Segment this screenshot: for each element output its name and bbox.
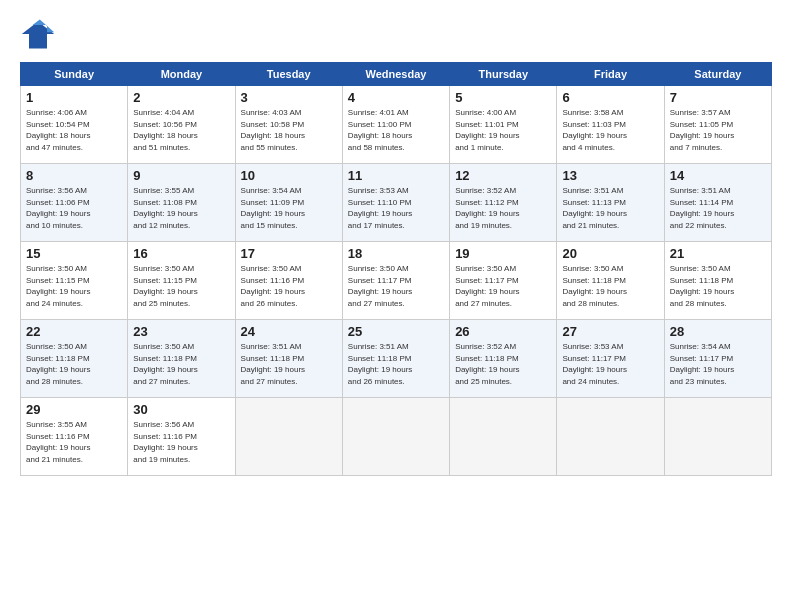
calendar-cell: 25Sunrise: 3:51 AM Sunset: 11:18 PM Dayl…: [342, 320, 449, 398]
calendar-cell: 15Sunrise: 3:50 AM Sunset: 11:15 PM Dayl…: [21, 242, 128, 320]
day-info: Sunrise: 4:00 AM Sunset: 11:01 PM Daylig…: [455, 107, 551, 153]
day-info: Sunrise: 3:51 AM Sunset: 11:14 PM Daylig…: [670, 185, 766, 231]
day-number: 20: [562, 246, 658, 261]
day-number: 28: [670, 324, 766, 339]
day-number: 26: [455, 324, 551, 339]
day-info: Sunrise: 3:55 AM Sunset: 11:16 PM Daylig…: [26, 419, 122, 465]
day-info: Sunrise: 3:54 AM Sunset: 11:17 PM Daylig…: [670, 341, 766, 387]
day-number: 6: [562, 90, 658, 105]
calendar-cell: 22Sunrise: 3:50 AM Sunset: 11:18 PM Dayl…: [21, 320, 128, 398]
day-number: 14: [670, 168, 766, 183]
day-info: Sunrise: 3:50 AM Sunset: 11:17 PM Daylig…: [455, 263, 551, 309]
day-info: Sunrise: 3:52 AM Sunset: 11:18 PM Daylig…: [455, 341, 551, 387]
day-info: Sunrise: 3:50 AM Sunset: 11:17 PM Daylig…: [348, 263, 444, 309]
day-header-monday: Monday: [128, 63, 235, 86]
calendar-week-3: 15Sunrise: 3:50 AM Sunset: 11:15 PM Dayl…: [21, 242, 772, 320]
calendar-cell: 24Sunrise: 3:51 AM Sunset: 11:18 PM Dayl…: [235, 320, 342, 398]
day-info: Sunrise: 3:50 AM Sunset: 11:16 PM Daylig…: [241, 263, 337, 309]
day-number: 30: [133, 402, 229, 417]
calendar-week-5: 29Sunrise: 3:55 AM Sunset: 11:16 PM Dayl…: [21, 398, 772, 476]
calendar-cell: 7Sunrise: 3:57 AM Sunset: 11:05 PM Dayli…: [664, 86, 771, 164]
calendar-week-2: 8Sunrise: 3:56 AM Sunset: 11:06 PM Dayli…: [21, 164, 772, 242]
calendar-cell: [235, 398, 342, 476]
calendar-cell: 29Sunrise: 3:55 AM Sunset: 11:16 PM Dayl…: [21, 398, 128, 476]
day-number: 13: [562, 168, 658, 183]
day-info: Sunrise: 3:58 AM Sunset: 11:03 PM Daylig…: [562, 107, 658, 153]
calendar-cell: 18Sunrise: 3:50 AM Sunset: 11:17 PM Dayl…: [342, 242, 449, 320]
day-header-sunday: Sunday: [21, 63, 128, 86]
calendar-cell: 17Sunrise: 3:50 AM Sunset: 11:16 PM Dayl…: [235, 242, 342, 320]
calendar-cell: 14Sunrise: 3:51 AM Sunset: 11:14 PM Dayl…: [664, 164, 771, 242]
day-number: 15: [26, 246, 122, 261]
calendar-cell: 21Sunrise: 3:50 AM Sunset: 11:18 PM Dayl…: [664, 242, 771, 320]
calendar-cell: [450, 398, 557, 476]
page: SundayMondayTuesdayWednesdayThursdayFrid…: [0, 0, 792, 612]
calendar-cell: 19Sunrise: 3:50 AM Sunset: 11:17 PM Dayl…: [450, 242, 557, 320]
calendar-table: SundayMondayTuesdayWednesdayThursdayFrid…: [20, 62, 772, 476]
calendar-cell: 28Sunrise: 3:54 AM Sunset: 11:17 PM Dayl…: [664, 320, 771, 398]
calendar-week-4: 22Sunrise: 3:50 AM Sunset: 11:18 PM Dayl…: [21, 320, 772, 398]
calendar-cell: 9Sunrise: 3:55 AM Sunset: 11:08 PM Dayli…: [128, 164, 235, 242]
day-info: Sunrise: 3:53 AM Sunset: 11:10 PM Daylig…: [348, 185, 444, 231]
calendar-cell: 12Sunrise: 3:52 AM Sunset: 11:12 PM Dayl…: [450, 164, 557, 242]
day-info: Sunrise: 4:06 AM Sunset: 10:54 PM Daylig…: [26, 107, 122, 153]
day-header-thursday: Thursday: [450, 63, 557, 86]
day-number: 1: [26, 90, 122, 105]
day-info: Sunrise: 3:51 AM Sunset: 11:18 PM Daylig…: [348, 341, 444, 387]
day-header-wednesday: Wednesday: [342, 63, 449, 86]
day-info: Sunrise: 3:57 AM Sunset: 11:05 PM Daylig…: [670, 107, 766, 153]
calendar-cell: 11Sunrise: 3:53 AM Sunset: 11:10 PM Dayl…: [342, 164, 449, 242]
day-number: 12: [455, 168, 551, 183]
day-number: 3: [241, 90, 337, 105]
day-info: Sunrise: 3:50 AM Sunset: 11:18 PM Daylig…: [562, 263, 658, 309]
day-info: Sunrise: 3:54 AM Sunset: 11:09 PM Daylig…: [241, 185, 337, 231]
day-number: 29: [26, 402, 122, 417]
day-number: 25: [348, 324, 444, 339]
day-number: 16: [133, 246, 229, 261]
day-number: 21: [670, 246, 766, 261]
calendar-cell: 6Sunrise: 3:58 AM Sunset: 11:03 PM Dayli…: [557, 86, 664, 164]
day-info: Sunrise: 3:51 AM Sunset: 11:18 PM Daylig…: [241, 341, 337, 387]
day-info: Sunrise: 4:01 AM Sunset: 11:00 PM Daylig…: [348, 107, 444, 153]
day-header-saturday: Saturday: [664, 63, 771, 86]
day-info: Sunrise: 3:56 AM Sunset: 11:16 PM Daylig…: [133, 419, 229, 465]
calendar-cell: 5Sunrise: 4:00 AM Sunset: 11:01 PM Dayli…: [450, 86, 557, 164]
calendar-cell: 2Sunrise: 4:04 AM Sunset: 10:56 PM Dayli…: [128, 86, 235, 164]
calendar-cell: 16Sunrise: 3:50 AM Sunset: 11:15 PM Dayl…: [128, 242, 235, 320]
calendar-header-row: SundayMondayTuesdayWednesdayThursdayFrid…: [21, 63, 772, 86]
day-info: Sunrise: 3:50 AM Sunset: 11:15 PM Daylig…: [26, 263, 122, 309]
day-info: Sunrise: 3:50 AM Sunset: 11:18 PM Daylig…: [133, 341, 229, 387]
day-number: 9: [133, 168, 229, 183]
calendar-cell: [664, 398, 771, 476]
day-number: 4: [348, 90, 444, 105]
calendar-cell: 20Sunrise: 3:50 AM Sunset: 11:18 PM Dayl…: [557, 242, 664, 320]
calendar-cell: 1Sunrise: 4:06 AM Sunset: 10:54 PM Dayli…: [21, 86, 128, 164]
calendar-cell: 10Sunrise: 3:54 AM Sunset: 11:09 PM Dayl…: [235, 164, 342, 242]
day-number: 24: [241, 324, 337, 339]
day-info: Sunrise: 3:55 AM Sunset: 11:08 PM Daylig…: [133, 185, 229, 231]
day-info: Sunrise: 3:50 AM Sunset: 11:18 PM Daylig…: [26, 341, 122, 387]
day-number: 2: [133, 90, 229, 105]
day-number: 22: [26, 324, 122, 339]
day-info: Sunrise: 3:50 AM Sunset: 11:18 PM Daylig…: [670, 263, 766, 309]
day-info: Sunrise: 3:56 AM Sunset: 11:06 PM Daylig…: [26, 185, 122, 231]
calendar-cell: 27Sunrise: 3:53 AM Sunset: 11:17 PM Dayl…: [557, 320, 664, 398]
day-header-tuesday: Tuesday: [235, 63, 342, 86]
day-info: Sunrise: 3:50 AM Sunset: 11:15 PM Daylig…: [133, 263, 229, 309]
day-info: Sunrise: 3:51 AM Sunset: 11:13 PM Daylig…: [562, 185, 658, 231]
calendar-cell: 26Sunrise: 3:52 AM Sunset: 11:18 PM Dayl…: [450, 320, 557, 398]
day-info: Sunrise: 3:52 AM Sunset: 11:12 PM Daylig…: [455, 185, 551, 231]
day-number: 23: [133, 324, 229, 339]
calendar-cell: [557, 398, 664, 476]
day-info: Sunrise: 3:53 AM Sunset: 11:17 PM Daylig…: [562, 341, 658, 387]
calendar-cell: 3Sunrise: 4:03 AM Sunset: 10:58 PM Dayli…: [235, 86, 342, 164]
day-header-friday: Friday: [557, 63, 664, 86]
header: [20, 16, 772, 52]
day-number: 18: [348, 246, 444, 261]
day-number: 17: [241, 246, 337, 261]
calendar-cell: [342, 398, 449, 476]
calendar-cell: 23Sunrise: 3:50 AM Sunset: 11:18 PM Dayl…: [128, 320, 235, 398]
calendar-cell: 13Sunrise: 3:51 AM Sunset: 11:13 PM Dayl…: [557, 164, 664, 242]
day-number: 8: [26, 168, 122, 183]
calendar-body: 1Sunrise: 4:06 AM Sunset: 10:54 PM Dayli…: [21, 86, 772, 476]
